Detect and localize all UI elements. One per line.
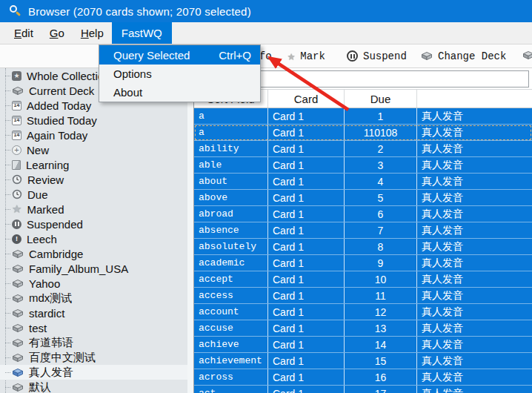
sidebar-item-stardict[interactable]: stardict	[0, 306, 187, 320]
sidebar-item-leech[interactable]: !Leech	[0, 231, 187, 246]
clipped-toolbar-icon[interactable]	[522, 50, 532, 62]
table-row[interactable]: achievementCard 115真人发音	[194, 353, 532, 369]
cell: 5	[345, 190, 417, 205]
deck-icon	[12, 85, 24, 96]
cell: across	[194, 369, 268, 385]
deck-icon	[12, 278, 24, 289]
sidebar-item-due[interactable]: Due	[0, 187, 187, 202]
column-header-Due[interactable]: Due	[345, 90, 417, 108]
pause-icon	[347, 50, 358, 62]
cell: Card 1	[268, 190, 345, 205]
cell: 14	[345, 337, 417, 352]
sidebar-scrollbar[interactable]	[187, 68, 193, 393]
table-row[interactable]: aboveCard 15真人发音	[194, 190, 532, 206]
cell: 真人发音	[417, 222, 532, 238]
clock-icon	[12, 174, 22, 185]
sidebar-item-有道韩语[interactable]: 有道韩语	[0, 335, 187, 350]
table-row[interactable]: abilityCard 12真人发音	[194, 141, 532, 157]
toolbar-button-suspend[interactable]: Suspend	[347, 44, 407, 67]
menu-item-label: Query Selected	[113, 49, 190, 62]
sidebar-item-label: Yahoo	[29, 277, 60, 290]
sidebar-item-learning[interactable]: Learning	[0, 157, 187, 172]
menu-item-options[interactable]: Options	[99, 65, 260, 83]
sidebar-item-suspended[interactable]: Suspended	[0, 217, 187, 231]
title-bar: Browser (2070 cards shown; 2070 selected…	[0, 0, 532, 22]
sidebar-item-again-today[interactable]: 14Again Today	[0, 128, 187, 142]
cell: Card 1	[268, 271, 345, 287]
sidebar-item-studied-today[interactable]: 14Studied Today	[0, 113, 187, 128]
menu-item-query-selected[interactable]: Query SelectedCtrl+Q	[99, 45, 260, 65]
menu-item-label: About	[113, 86, 142, 99]
toolbar-button-mark[interactable]: ★Mark	[287, 44, 325, 67]
table-row[interactable]: acrossCard 116真人发音	[194, 369, 532, 386]
menu-item-shortcut: Ctrl+Q	[219, 49, 251, 62]
sidebar-item-cambridge[interactable]: Cambridge	[0, 246, 187, 261]
sidebar-item-review[interactable]: Review	[0, 172, 187, 187]
sidebar-item-默认[interactable]: 默认	[0, 380, 187, 393]
calendar-icon: 14	[12, 131, 21, 140]
tree-stub	[5, 76, 10, 76]
toolbar-label: Suspend	[363, 50, 407, 62]
table-row[interactable]: absenceCard 17真人发音	[194, 222, 532, 239]
cell: 15	[345, 353, 417, 369]
window-title: Browser (2070 cards shown; 2070 selected…	[28, 5, 251, 18]
cell: 真人发音	[417, 386, 532, 393]
table-row[interactable]: absolutelyCard 18真人发音	[194, 239, 532, 255]
cell: 13	[345, 320, 417, 336]
table-row[interactable]: acceptCard 110真人发音	[194, 271, 532, 288]
table-row[interactable]: accountCard 112真人发音	[194, 304, 532, 320]
cell: Card 1	[268, 141, 345, 156]
menubar-item-go[interactable]: Go	[41, 22, 73, 44]
sidebar-item-真人发音[interactable]: 真人发音	[0, 365, 187, 380]
menu-item-about[interactable]: About	[99, 83, 260, 102]
sidebar-item-family-album-usa[interactable]: Family_Album_USA	[0, 261, 187, 276]
sidebar-item-test[interactable]: test	[0, 320, 187, 335]
table-row[interactable]: aCard 1110108真人发音	[194, 125, 532, 141]
sidebar-item-yahoo[interactable]: Yahoo	[0, 276, 187, 291]
cell: 真人发音	[417, 353, 532, 369]
tree-stub	[5, 90, 10, 91]
column-header-deck[interactable]	[417, 90, 532, 108]
deck-icon	[12, 367, 24, 378]
sidebar-item-new[interactable]: +New	[0, 142, 187, 157]
menubar-item-edit[interactable]: Edit	[6, 22, 41, 44]
plus-icon: +	[12, 145, 21, 155]
cell: access	[194, 288, 268, 303]
cell: achievement	[194, 353, 268, 369]
sidebar-item-marked[interactable]: ★Marked	[0, 202, 187, 217]
cell: Card 1	[268, 206, 345, 222]
table-row[interactable]: aCard 11真人发音	[194, 108, 532, 125]
toolbar-button-change-deck[interactable]: Change Deck	[421, 44, 506, 67]
tree-stub	[5, 165, 10, 165]
sidebar: ★Whole CollectionCurrent Deck14Added Tod…	[0, 68, 187, 393]
sidebar-item-百度中文测试[interactable]: 百度中文测试	[0, 350, 187, 365]
table-row[interactable]: abroadCard 16真人发音	[194, 206, 532, 222]
cell: ability	[194, 141, 268, 156]
table-row[interactable]: ableCard 13真人发音	[194, 157, 532, 174]
column-header-Card[interactable]: Card	[268, 90, 345, 108]
menubar-item-fastwq[interactable]: FastWQ	[112, 22, 172, 44]
calendar-icon: 14	[12, 116, 21, 125]
table-row[interactable]: aboutCard 14真人发音	[194, 174, 532, 190]
cell: a	[194, 125, 268, 140]
table-row[interactable]: accuseCard 113真人发音	[194, 320, 532, 337]
menubar-item-help[interactable]: Help	[73, 22, 112, 44]
cell: 7	[345, 222, 417, 238]
table-row[interactable]: achieveCard 114真人发音	[194, 337, 532, 353]
cell: 真人发音	[417, 141, 532, 156]
cell: Card 1	[268, 386, 345, 393]
table-row[interactable]: actCard 117真人发音	[194, 386, 532, 393]
tree-stub	[5, 298, 10, 299]
sidebar-item-label: stardict	[29, 307, 64, 320]
cell: Card 1	[268, 320, 345, 336]
toolbar-label: Change Deck	[438, 50, 506, 62]
cell: 12	[345, 304, 417, 320]
cell: Card 1	[268, 288, 345, 303]
cell: 2	[345, 141, 417, 156]
sidebar-item-mdx测试[interactable]: mdx测试	[0, 291, 187, 306]
cell: accuse	[194, 320, 268, 336]
table-row[interactable]: accessCard 111真人发音	[194, 288, 532, 304]
tree-stub	[5, 120, 10, 121]
cell: Card 1	[268, 369, 345, 385]
table-row[interactable]: academicCard 19真人发音	[194, 255, 532, 271]
